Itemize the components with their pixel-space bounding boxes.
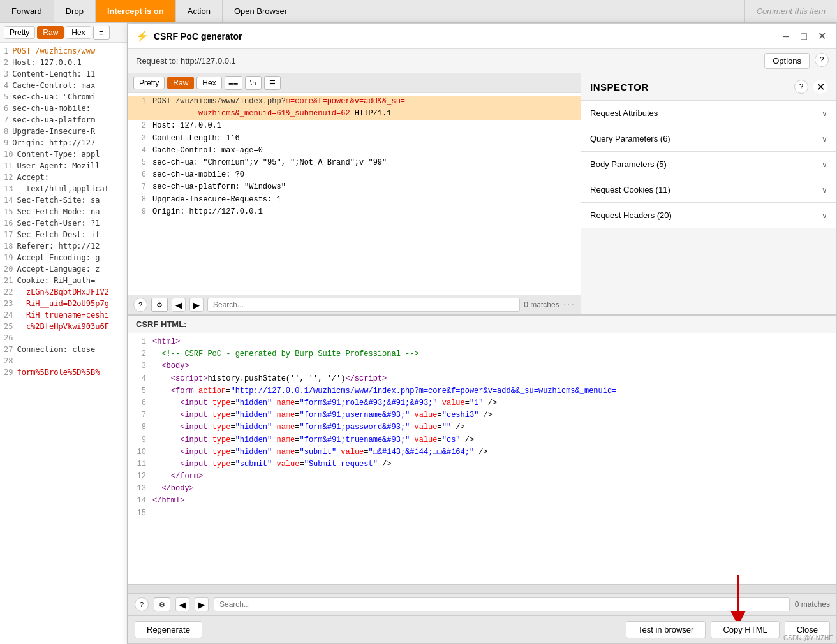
dialog-close-button[interactable]: ✕: [815, 29, 829, 43]
line-item: 15Sec-Fetch-Mode: na: [4, 206, 123, 217]
bottom-search-prev[interactable]: ◀: [175, 597, 189, 611]
editor-search-next[interactable]: ▶: [189, 298, 204, 312]
inspector-section-header-cookies[interactable]: Request Cookies (11) ∨: [581, 177, 836, 202]
editor-line-2: 2 Host: 127.0.0.1: [128, 120, 581, 132]
line-item: 5sec-ch-ua: "Chromi: [4, 91, 123, 103]
regenerate-button[interactable]: Regenerate: [135, 621, 202, 638]
csrf-line-7: 7 <input type="hidden" name="form&#91;us…: [128, 409, 836, 421]
request-url: Request to: http://127.0.0.1: [136, 56, 236, 66]
inspector-section-header[interactable]: Request Attributes ∨: [581, 101, 836, 126]
bottom-search-input[interactable]: [214, 597, 790, 611]
inspector-close-icon[interactable]: ✕: [813, 80, 827, 94]
editor-search-help[interactable]: ?: [133, 298, 147, 312]
editor-more-icon: ···: [563, 299, 575, 311]
close-dialog-button[interactable]: Close: [785, 621, 830, 638]
editor-search-settings[interactable]: ⚙: [151, 298, 168, 312]
left-pretty-btn[interactable]: Pretty: [4, 26, 35, 39]
top-toolbar: Forward Drop Intercept is on Action Open…: [0, 0, 837, 23]
bottom-search-settings[interactable]: ⚙: [154, 597, 170, 611]
csrf-horizontal-scrollbar[interactable]: [128, 584, 836, 593]
drop-button[interactable]: Drop: [54, 0, 96, 22]
csrf-line-13: 13 </body>: [128, 483, 836, 495]
intercept-button[interactable]: Intercept is on: [96, 0, 176, 22]
left-wrap-icon[interactable]: ≡: [93, 26, 110, 40]
inspector-section-header-body[interactable]: Body Parameters (5) ∨: [581, 152, 836, 177]
open-browser-button[interactable]: Open Browser: [223, 0, 299, 22]
line-item: 17Sec-Fetch-Dest: if: [4, 229, 123, 240]
editor-content[interactable]: 1 POST /wuzhicms/www/index.php?m=core&f=…: [128, 93, 581, 295]
line-item: 23 RiH__uid=D2oU95p7g: [4, 298, 123, 309]
editor-hex-btn[interactable]: Hex: [196, 77, 221, 89]
editor-line-4: 4 Cache-Control: max-age=0: [128, 145, 581, 157]
copy-html-button[interactable]: Copy HTML: [711, 621, 779, 638]
editor-pretty-btn[interactable]: Pretty: [133, 77, 165, 89]
editor-line-1: 1 POST /wuzhicms/www/index.php?m=core&f=…: [128, 96, 581, 120]
request-editor: Pretty Raw Hex ≡≡ \n ☰ 1 POST /wuzhicms/…: [128, 73, 581, 314]
bottom-right-buttons: Test in browser Copy HTML Close: [626, 621, 830, 638]
line-item: 7sec-ch-ua-platform: [4, 114, 123, 126]
options-button[interactable]: Options: [764, 53, 810, 69]
comment-button[interactable]: Comment this item: [744, 0, 837, 22]
action-button[interactable]: Action: [176, 0, 223, 22]
inspector-help-icon[interactable]: ?: [794, 80, 808, 94]
bottom-left-buttons: Regenerate: [135, 621, 202, 638]
line-item: 24 RiH_truename=ceshi: [4, 309, 123, 321]
forward-button[interactable]: Forward: [0, 0, 54, 22]
inspector-panel: INSPECTOR ? ✕ Request Attributes ∨: [581, 73, 836, 314]
csrf-line-11: 11 <input type="submit" value="Submit re…: [128, 458, 836, 471]
bottom-search-next[interactable]: ▶: [195, 597, 209, 611]
minimize-button[interactable]: –: [779, 29, 793, 43]
left-panel: Pretty Raw Hex ≡ 1POST /wuzhicms/www 2Ho…: [0, 23, 128, 644]
dialog-controls: – □ ✕: [779, 29, 829, 43]
test-in-browser-button[interactable]: Test in browser: [626, 621, 706, 638]
editor-wrap-icon[interactable]: ≡≡: [225, 76, 242, 90]
editor-newline-icon[interactable]: \n: [245, 76, 262, 90]
left-hex-btn[interactable]: Hex: [66, 26, 91, 39]
line-item: 13 text/html,applicat: [4, 183, 123, 194]
editor-search-bar: ? ⚙ ◀ ▶ 0 matches ···: [128, 295, 581, 314]
inspector-section-cookies: Request Cookies (11) ∨: [581, 177, 836, 203]
line-item: 11User-Agent: Mozill: [4, 160, 123, 172]
editor-line-7: 7 sec-ch-ua-platform: "Windows": [128, 181, 581, 193]
csrf-line-15: 15: [128, 508, 836, 520]
help-button[interactable]: ?: [815, 53, 829, 67]
line-item: 27Connection: close: [4, 344, 123, 355]
inspector-section-header-query[interactable]: Query Parameters (6) ∨: [581, 126, 836, 151]
csrf-html-content[interactable]: 1 <html> 2 <!-- CSRF PoC - generated by …: [128, 333, 836, 584]
section-title-headers: Request Headers (20): [590, 210, 672, 220]
chevron-icon: ∨: [822, 109, 827, 118]
left-raw-btn[interactable]: Raw: [37, 26, 64, 39]
top-pane: Pretty Raw Hex ≡≡ \n ☰ 1 POST /wuzhicms/…: [128, 73, 836, 316]
maximize-button[interactable]: □: [797, 29, 811, 43]
editor-menu-icon[interactable]: ☰: [264, 76, 281, 90]
bottom-search-matches: 0 matches: [795, 600, 830, 609]
inspector-section-header-headers[interactable]: Request Headers (20) ∨: [581, 203, 836, 228]
csrf-line-5: 5 <form action="http://127.0.0.1/wuzhicm…: [128, 385, 836, 397]
line-item: 10Content-Type: appl: [4, 149, 123, 160]
line-item: 19Accept-Encoding: g: [4, 252, 123, 263]
line-item: 8Upgrade-Insecure-R: [4, 126, 123, 137]
inspector-title: INSPECTOR: [590, 82, 649, 92]
bottom-search-help[interactable]: ?: [135, 597, 149, 611]
csrf-line-14: 14 </html>: [128, 495, 836, 507]
line-item: 2Host: 127.0.0.1: [4, 57, 123, 68]
line-item: 14Sec-Fetch-Site: sa: [4, 194, 123, 206]
csrf-line-12: 12 </form>: [128, 471, 836, 483]
line-item: 1POST /wuzhicms/www: [4, 45, 123, 57]
bottom-search-bar: ? ⚙ ◀ ▶ 0 matches: [128, 593, 836, 615]
line-item: 25 c%2BfeHpVkwi903u6F: [4, 321, 123, 332]
csrf-poc-dialog: ⚡ CSRF PoC generator – □ ✕ Request to: h…: [128, 23, 837, 644]
editor-line-6: 6 sec-ch-ua-mobile: ?0: [128, 169, 581, 181]
inspector-section-body-params: Body Parameters (5) ∨: [581, 152, 836, 177]
dialog-icon: ⚡: [136, 30, 149, 42]
chevron-icon-cookies: ∨: [822, 186, 827, 194]
line-item: 21Cookie: RiH_auth=: [4, 275, 123, 286]
editor-line-5: 5 sec-ch-ua: "Chromium";v="95", ";Not A …: [128, 157, 581, 169]
left-format-bar: Pretty Raw Hex ≡: [0, 23, 127, 43]
editor-search-prev[interactable]: ◀: [172, 298, 186, 312]
line-item: 29form%5Brole%5D%5B%: [4, 367, 123, 378]
editor-search-input[interactable]: [207, 298, 520, 312]
csrf-line-1: 1 <html>: [128, 336, 836, 348]
editor-raw-btn[interactable]: Raw: [167, 77, 194, 89]
inspector-header-icons: ? ✕: [794, 80, 827, 94]
